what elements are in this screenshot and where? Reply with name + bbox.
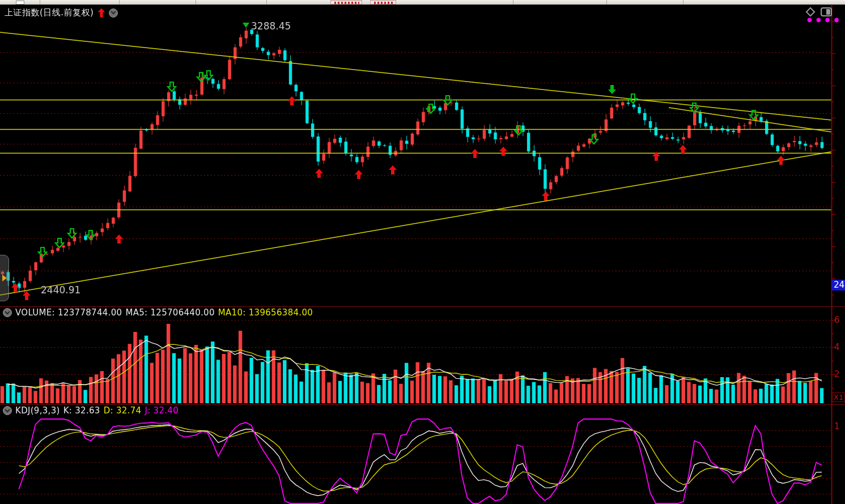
- kdj-header: KDJ(9,3,3) K: 32.63 D: 32.74 J: 32.40: [3, 405, 179, 416]
- kdj-name: KDJ(9,3,3): [15, 405, 60, 416]
- trend-up-arrow-icon: [97, 8, 105, 18]
- chart-title-bar: 上证指数(日线.前复权): [5, 7, 118, 18]
- right-axis-price-badge: 24: [832, 280, 845, 291]
- menubar-button-red-1[interactable]: [330, 0, 362, 5]
- volume-ma10: MA10: 139656384.00: [218, 307, 313, 318]
- menubar-button-red-2[interactable]: [370, 0, 396, 5]
- kdj-d-value: D: 32.74: [104, 405, 142, 416]
- menubar-white-box: [16, 1, 24, 5]
- kdj-axis-label: 1: [834, 421, 840, 432]
- marker-diamond-icon[interactable]: [807, 8, 814, 15]
- low-price-label: 2440.91: [41, 284, 80, 296]
- peak-price-label: 3288.45: [243, 20, 291, 32]
- volume-collapse-button[interactable]: [3, 308, 12, 317]
- volume-header: VOLUME: 123778744.00 MA5: 125706440.00 M…: [3, 307, 313, 318]
- magenta-dots-icon: ● ● ● ●: [807, 16, 840, 23]
- volume-axis-label-6: 6: [834, 315, 840, 325]
- chart-title: 上证指数(日线.前复权): [5, 7, 94, 18]
- app-window: 上证指数(日线.前复权) ● ● ● ● 3288.45 2440.91 24 …: [0, 0, 845, 504]
- top-menubar[interactable]: [0, 0, 845, 5]
- volume-axis-multiplier: X1: [832, 392, 845, 402]
- title-dropdown-button[interactable]: [109, 8, 118, 18]
- panel-toggle-icon[interactable]: [821, 7, 832, 16]
- expand-arrow-icon: [2, 275, 7, 281]
- volume-axis-label-4: 4: [834, 342, 840, 352]
- sidebar-expand-handle[interactable]: [0, 255, 9, 301]
- price-chart-canvas[interactable]: [0, 0, 845, 504]
- volume-value: VOLUME: 123778744.00: [15, 307, 122, 318]
- kdj-j-value: J: 32.40: [145, 405, 179, 416]
- kdj-k-value: K: 32.63: [63, 405, 100, 416]
- kdj-collapse-button[interactable]: [3, 406, 12, 415]
- volume-axis-label-2: 2: [834, 369, 840, 379]
- volume-ma5: MA5: 125706440.00: [125, 307, 214, 318]
- peak-marker-icon: [243, 23, 249, 31]
